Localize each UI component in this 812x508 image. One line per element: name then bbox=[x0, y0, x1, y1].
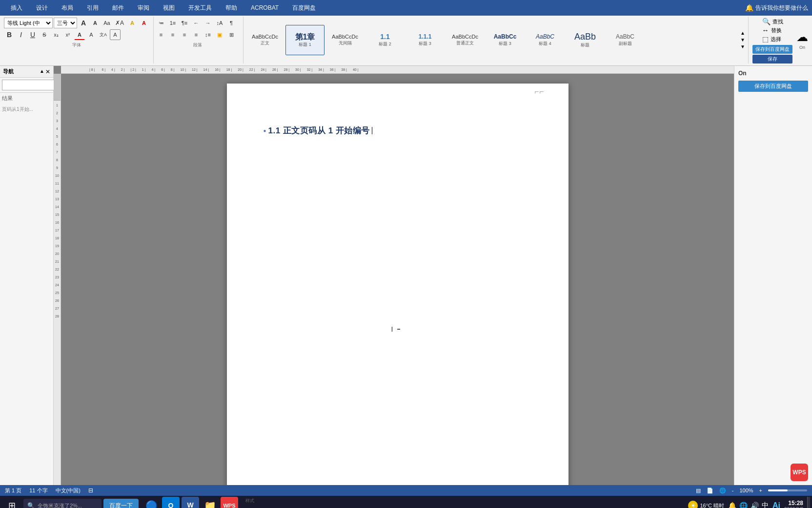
style-zhengwen[interactable]: AaBbCcDc 正文 bbox=[245, 25, 284, 55]
tab-layout[interactable]: 布局 bbox=[55, 1, 80, 15]
phonetic-btn[interactable]: 文A bbox=[98, 29, 109, 40]
borders-btn[interactable]: ⊞ bbox=[226, 29, 237, 40]
italic-btn[interactable]: I bbox=[16, 29, 26, 40]
bullets-btn[interactable]: ≔ bbox=[156, 18, 166, 28]
decrease-indent-btn[interactable]: ← bbox=[191, 18, 202, 28]
font-shrink-btn[interactable]: A bbox=[90, 18, 101, 28]
sort-btn[interactable]: ↕A bbox=[214, 18, 225, 28]
justify-btn[interactable]: ≡ bbox=[191, 29, 202, 40]
style-biaoti[interactable]: AaBb 标题 bbox=[566, 25, 605, 55]
underline-btn[interactable]: U bbox=[27, 29, 38, 40]
save-btn[interactable]: 保存 bbox=[752, 55, 792, 64]
align-left-btn[interactable]: ≡ bbox=[156, 29, 166, 40]
strikethrough-btn[interactable]: S bbox=[39, 29, 50, 40]
wps-logo-area: WPS bbox=[738, 464, 808, 481]
status-zoom-in-btn[interactable]: + bbox=[759, 487, 762, 493]
save-baidu-sidebar-btn[interactable]: 保存到百度网盘 bbox=[738, 81, 808, 92]
font-name-select[interactable]: 等线 Light (中 bbox=[4, 18, 53, 28]
margin-indicator-top-right: ⌐ bbox=[534, 87, 539, 96]
style-heading1[interactable]: 第1章 标题 1 bbox=[285, 25, 325, 55]
view-normal-btn[interactable]: ▤ bbox=[696, 487, 701, 494]
enclose-btn[interactable]: A bbox=[110, 29, 121, 40]
heading-bullet: ● bbox=[264, 128, 266, 133]
tab-help[interactable]: 帮助 bbox=[219, 1, 244, 15]
find-btn[interactable]: 🔍 查找 bbox=[762, 18, 783, 25]
tab-review[interactable]: 审阅 bbox=[131, 1, 156, 15]
tab-acrobat[interactable]: ACROBAT bbox=[244, 1, 285, 14]
taskbar-search-icon: 🔍 bbox=[27, 502, 35, 508]
taskbar-word[interactable]: W bbox=[182, 497, 199, 508]
bold-btn[interactable]: B bbox=[4, 29, 15, 40]
status-lang: 中文(中国) bbox=[56, 487, 81, 494]
replace-btn[interactable]: ↔ 替换 bbox=[762, 26, 783, 34]
multilevel-btn[interactable]: ¶≡ bbox=[179, 18, 190, 28]
notify-bar[interactable]: 🔔 告诉我你想要做什么 bbox=[745, 4, 808, 12]
volume-icon[interactable]: 🔊 bbox=[751, 502, 759, 508]
clear-format-btn[interactable]: ✗A bbox=[113, 18, 126, 28]
tab-insert[interactable]: 插入 bbox=[4, 1, 29, 15]
taskbar-outlook[interactable]: O bbox=[162, 497, 180, 508]
network-icon[interactable]: 🌐 bbox=[739, 502, 748, 508]
line-spacing-btn[interactable]: ↕≡ bbox=[203, 29, 213, 40]
doc-scroll[interactable]: ⌐ ⌐ ● 1.1 正文页码从 1 开始编号 I bbox=[61, 74, 734, 485]
style-wujianghuo[interactable]: AaBbCcDc 无间隔 bbox=[325, 25, 365, 55]
taskbar-explorer[interactable]: 📁 bbox=[201, 497, 219, 508]
styles-scroll-up[interactable]: ▲ bbox=[739, 30, 746, 37]
view-print-btn[interactable]: 📄 bbox=[707, 487, 713, 494]
show-desktop-btn[interactable] bbox=[807, 497, 810, 508]
subscript-btn[interactable]: x₂ bbox=[51, 29, 61, 40]
font-size-select[interactable]: 三号 bbox=[54, 18, 77, 28]
taskbar-wps[interactable]: WPS bbox=[221, 497, 238, 508]
tab-design[interactable]: 设计 bbox=[29, 1, 55, 15]
align-center-btn[interactable]: ≡ bbox=[167, 29, 178, 40]
increase-indent-btn[interactable]: → bbox=[203, 18, 213, 28]
show-marks-btn[interactable]: ¶ bbox=[226, 18, 237, 28]
superscript-btn[interactable]: x² bbox=[62, 29, 73, 40]
notification-icon[interactable]: 🔔 bbox=[728, 502, 736, 508]
cursor-line bbox=[397, 329, 400, 330]
ruler-vertical: 1 2 3 4 5 6 7 8 9 10 11 12 13 14 15 16 1 bbox=[54, 74, 61, 485]
status-zoom-out-btn[interactable]: - bbox=[732, 487, 734, 493]
status-bar: 第 1 页 11 个字 中文(中国) ⊟ ▤ 📄 🌐 - 100% + bbox=[0, 485, 812, 496]
input-icon[interactable]: 中 bbox=[762, 501, 769, 508]
left-panel-collapse-btn[interactable]: ▲ bbox=[40, 68, 44, 75]
taskbar-search-text: 全饰米克涨了2%... bbox=[38, 502, 82, 508]
style-putong[interactable]: AaBbCcDc 普通正文 bbox=[446, 25, 485, 55]
highlight-btn[interactable]: A bbox=[127, 18, 138, 28]
save-baidu-btn[interactable]: 保存到百度网盘 bbox=[752, 45, 792, 54]
tab-ref[interactable]: 引用 bbox=[80, 1, 105, 15]
style-biaoti4[interactable]: AaBbC 标题 4 bbox=[526, 25, 565, 55]
char-spacing-btn[interactable]: A bbox=[86, 29, 97, 40]
styles-scroll-down[interactable]: ▼ bbox=[739, 37, 746, 43]
styles-panel: AaBbCcDc 正文 第1章 标题 1 AaBbCcDc 无间隔 1.1 标题… bbox=[245, 17, 749, 64]
left-panel-content-hint: 页码从1开始... bbox=[0, 104, 53, 115]
wps-logo: WPS bbox=[791, 464, 808, 481]
font-grow-btn[interactable]: A bbox=[78, 18, 89, 28]
tab-mail[interactable]: 邮件 bbox=[105, 1, 131, 15]
taskbar-search[interactable]: 🔍 全饰米克涨了2%... bbox=[23, 499, 102, 508]
font-color-btn[interactable]: A bbox=[74, 29, 85, 40]
style-111[interactable]: 1.1.1 标题 3 bbox=[406, 25, 445, 55]
taskbar-chrome[interactable]: 🔵 bbox=[142, 497, 160, 508]
style-biaoti3[interactable]: AaBbCc 标题 3 bbox=[486, 25, 525, 55]
tab-view[interactable]: 视图 bbox=[156, 1, 182, 15]
shading-btn[interactable]: ▣ bbox=[214, 29, 225, 40]
align-right-btn[interactable]: ≡ bbox=[179, 29, 190, 40]
select-btn[interactable]: ⬚ 选择 bbox=[762, 35, 783, 43]
styles-more[interactable]: ▼ bbox=[739, 43, 746, 50]
style-11[interactable]: 1.1 标题 2 bbox=[365, 25, 405, 55]
numbering-btn[interactable]: 1≡ bbox=[167, 18, 178, 28]
style-fubiaoti[interactable]: AaBbC 副标题 bbox=[606, 25, 645, 55]
view-web-btn[interactable]: 🌐 bbox=[719, 487, 726, 494]
status-page: 第 1 页 bbox=[5, 487, 21, 494]
tab-baidu[interactable]: 百度网盘 bbox=[285, 1, 323, 15]
start-btn[interactable]: ⊞ bbox=[2, 496, 21, 508]
taskbar-time: 15:28 2022/3/8 bbox=[784, 500, 803, 508]
left-panel-close-btn[interactable]: ✕ bbox=[45, 68, 50, 75]
baidu-search-btn[interactable]: 百度一下 bbox=[103, 499, 139, 508]
zoom-slider[interactable] bbox=[768, 489, 807, 491]
font-color-ribbon-btn[interactable]: A bbox=[139, 18, 149, 28]
right-sidebar-title: On bbox=[738, 70, 808, 77]
change-case-btn[interactable]: Aa bbox=[102, 18, 112, 28]
tab-dev[interactable]: 开发工具 bbox=[182, 1, 219, 15]
